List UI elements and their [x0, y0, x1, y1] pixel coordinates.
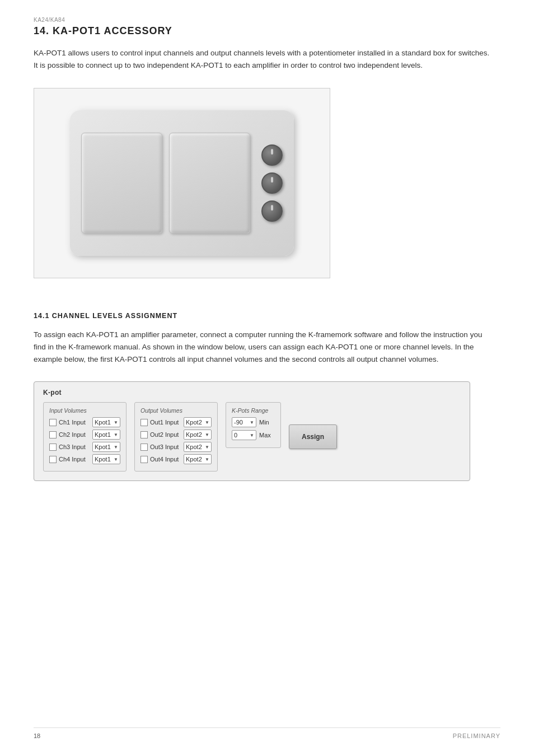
range-max-label: Max [259, 432, 275, 438]
input-ch4-checkbox[interactable] [49, 456, 57, 463]
output-row-2: Out2 Input Kpot2 ▼ [140, 430, 212, 440]
output-row-1: Out1 Input Kpot2 ▼ [140, 417, 212, 427]
input-row-4: Ch4 Input Kpot1 ▼ [49, 454, 120, 464]
input-volumes-group: Input Volumes Ch1 Input Kpot1 ▼ Ch2 Inpu… [43, 402, 127, 472]
knob-bottom [261, 200, 283, 222]
output-volumes-group: Output Volumes Out1 Input Kpot2 ▼ Out2 I… [134, 402, 218, 472]
range-max-row: 0 ▼ Max [232, 430, 275, 440]
intro-text: KA-POT1 allows users to control input ch… [34, 47, 493, 72]
kpot-window: K-pot Input Volumes Ch1 Input Kpot1 ▼ Ch… [34, 381, 470, 481]
output-out3-checkbox[interactable] [140, 444, 148, 451]
range-max-arrow: ▼ [250, 433, 254, 438]
input-ch4-arrow: ▼ [114, 457, 118, 462]
output-out2-arrow: ▼ [205, 432, 209, 437]
input-ch3-select[interactable]: Kpot1 ▼ [92, 442, 120, 452]
knob-top [261, 144, 283, 166]
input-ch2-label: Ch2 Input [59, 431, 90, 438]
switch-button-right [169, 133, 250, 234]
footer: 18 PRELIMINARY [34, 727, 500, 739]
range-min-row: -90 ▼ Min [232, 417, 275, 427]
footer-label: PRELIMINARY [453, 732, 500, 739]
output-row-3: Out3 Input Kpot2 ▼ [140, 442, 212, 452]
input-ch3-label: Ch3 Input [59, 444, 90, 450]
input-ch1-label: Ch1 Input [59, 419, 90, 426]
kpots-range-title: K-Pots Range [232, 407, 275, 414]
output-out3-select[interactable]: Kpot2 ▼ [184, 442, 212, 452]
output-row-4: Out4 Input Kpot2 ▼ [140, 454, 212, 464]
output-out4-arrow: ▼ [205, 457, 209, 462]
kpots-range-group: K-Pots Range -90 ▼ Min 0 ▼ Max [226, 402, 281, 448]
input-row-3: Ch3 Input Kpot1 ▼ [49, 442, 120, 452]
knob-middle [261, 172, 283, 194]
range-max-select[interactable]: 0 ▼ [232, 430, 256, 440]
input-ch1-select[interactable]: Kpot1 ▼ [92, 417, 120, 427]
input-volumes-title: Input Volumes [49, 407, 120, 414]
kpot-window-title: K-pot [43, 389, 461, 396]
output-out2-select[interactable]: Kpot2 ▼ [184, 430, 212, 440]
output-out4-select[interactable]: Kpot2 ▼ [184, 454, 212, 464]
range-min-arrow: ▼ [250, 420, 254, 425]
output-out4-label: Out4 Input [150, 456, 181, 463]
input-row-2: Ch2 Input Kpot1 ▼ [49, 430, 120, 440]
input-ch3-arrow: ▼ [114, 445, 118, 450]
input-ch4-select[interactable]: Kpot1 ▼ [92, 454, 120, 464]
input-ch1-arrow: ▼ [114, 420, 118, 425]
assign-button[interactable]: Assign [289, 424, 337, 449]
product-image [34, 88, 330, 278]
output-out1-label: Out1 Input [150, 419, 181, 426]
footer-page: 18 [34, 732, 40, 739]
output-out1-checkbox[interactable] [140, 419, 148, 426]
output-out2-label: Out2 Input [150, 431, 181, 438]
output-out2-checkbox[interactable] [140, 431, 148, 438]
breadcrumb: KA24/KA84 [34, 17, 500, 23]
input-ch1-checkbox[interactable] [49, 419, 57, 426]
body-text: To assign each KA-POT1 an amplifier para… [34, 329, 493, 366]
input-ch2-select[interactable]: Kpot1 ▼ [92, 430, 120, 440]
output-out4-checkbox[interactable] [140, 456, 148, 463]
input-ch2-arrow: ▼ [114, 432, 118, 437]
output-volumes-title: Output Volumes [140, 407, 212, 414]
output-out1-select[interactable]: Kpot2 ▼ [184, 417, 212, 427]
output-out3-label: Out3 Input [150, 444, 181, 450]
switch-button-left [81, 133, 162, 234]
range-min-select[interactable]: -90 ▼ [232, 417, 256, 427]
subsection-title: 14.1 CHANNEL LEVELS ASSIGNMENT [34, 312, 500, 320]
section-title: 14. KA-POT1 ACCESSORY [34, 25, 500, 37]
input-row-1: Ch1 Input Kpot1 ▼ [49, 417, 120, 427]
range-min-label: Min [259, 419, 275, 426]
output-out1-arrow: ▼ [205, 420, 209, 425]
output-out3-arrow: ▼ [205, 445, 209, 450]
input-ch3-checkbox[interactable] [49, 444, 57, 451]
input-ch2-checkbox[interactable] [49, 431, 57, 438]
input-ch4-label: Ch4 Input [59, 456, 90, 463]
